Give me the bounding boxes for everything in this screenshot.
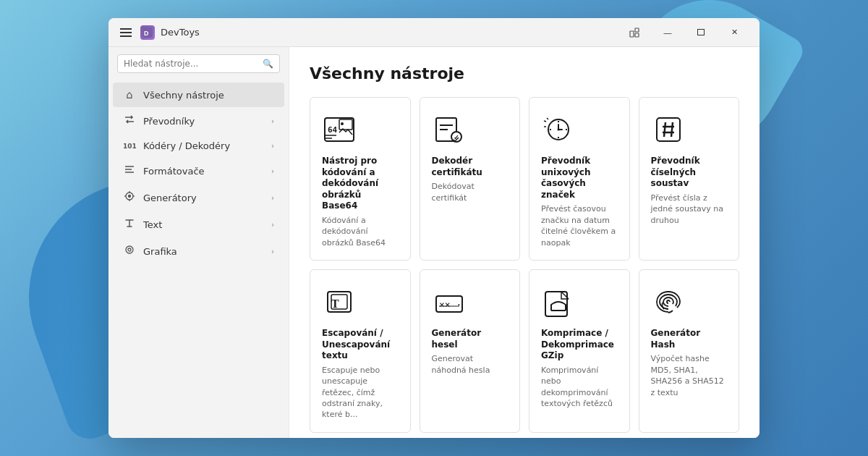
chevron-down-icon: › — [271, 142, 274, 150]
sidebar-item-label: Převodníky — [143, 116, 264, 127]
app-body: 🔍 ⌂ Všechny nástroje Převodníky › — [109, 47, 760, 438]
sidebar-item-label: Všechny nástroje — [143, 90, 274, 101]
page-title: Všechny nástroje — [310, 64, 739, 83]
tool-card-desc: Převést čísla z jedné soustavy na druhou — [651, 193, 728, 226]
svg-text:D: D — [144, 30, 149, 37]
encoders-icon: 101 — [123, 143, 136, 150]
tool-card-desc: Kódování a dekódování obrázků Base64 — [322, 215, 399, 248]
sidebar-item-all-tools[interactable]: ⌂ Všechny nástroje — [113, 83, 284, 107]
svg-text:×× ·: ×× · — [439, 299, 461, 310]
sidebar-item-label: Generátory — [143, 193, 264, 203]
tool-card-escape-text[interactable]: T Escapování / Unescapování textu Escapu… — [310, 269, 411, 433]
tool-card-number-base[interactable]: Převodník číselných soustav Převést čísl… — [639, 97, 740, 261]
gzip-icon — [541, 284, 576, 319]
tool-card-desc: Výpočet hashe MD5, SHA1, SHA256 a SHA512… — [651, 353, 728, 398]
title-bar: D DevToys — ✕ — [109, 18, 760, 47]
tool-card-hash-gen[interactable]: Generátor Hash Výpočet hashe MD5, SHA1, … — [639, 269, 740, 433]
home-icon: ⌂ — [123, 88, 136, 101]
text-icon — [123, 217, 136, 232]
sidebar-item-generators[interactable]: Generátory › — [113, 185, 284, 211]
text-escape-icon: T — [322, 284, 357, 319]
tool-card-title: Nástroj pro kódování a dekódování obrázk… — [322, 156, 399, 212]
sidebar-item-encoders[interactable]: 101 Kódéry / Dekodéry › — [113, 135, 284, 157]
app-title: DevToys — [161, 27, 200, 38]
password-icon: ×× · — [432, 284, 467, 319]
app-logo: D — [140, 25, 155, 40]
svg-rect-38 — [657, 118, 680, 141]
svg-point-34 — [558, 129, 560, 131]
tool-card-password-gen[interactable]: ×× · Generátor hesel Generovat náhodná h… — [420, 269, 521, 433]
tool-card-title: Převodník číselných soustav — [651, 156, 728, 190]
clock-icon — [541, 112, 576, 147]
search-box[interactable]: 🔍 — [117, 54, 280, 73]
hash-gen-icon — [651, 284, 686, 319]
svg-point-14 — [126, 246, 133, 253]
tool-card-desc: Escapuje nebo unescapuje řetězec, čímž o… — [322, 365, 399, 421]
svg-rect-2 — [630, 31, 634, 37]
tool-card-desc: Generovat náhodná hesla — [432, 353, 509, 376]
chevron-down-icon: › — [271, 194, 274, 202]
restore-icon — [697, 29, 705, 35]
tool-card-desc: Komprimování nebo dekomprimování textový… — [541, 365, 618, 410]
certificate-icon: ✓ — [432, 112, 467, 147]
title-bar-left: D DevToys — [117, 25, 618, 40]
sidebar-item-converters[interactable]: Převodníky › — [113, 108, 284, 134]
sidebar-item-label: Text — [143, 219, 264, 230]
tool-card-desc: Dekódovat certifikát — [432, 181, 509, 203]
tool-card-cert-decoder[interactable]: ✓ Dekodér certifikátu Dekódovat certifik… — [420, 97, 521, 261]
svg-line-41 — [664, 122, 665, 137]
tool-card-desc: Převést časovou značku na datum čitelné … — [541, 203, 618, 248]
svg-line-36 — [544, 121, 546, 122]
app-window: D DevToys — ✕ — [109, 18, 760, 438]
svg-text:T: T — [331, 297, 339, 310]
hamburger-menu-icon[interactable] — [117, 25, 135, 40]
svg-text:64: 64 — [328, 125, 338, 135]
svg-line-35 — [547, 118, 548, 119]
svg-line-42 — [671, 122, 673, 137]
svg-point-15 — [128, 248, 131, 251]
sidebar-item-label: Kódéry / Dekodéry — [143, 140, 264, 151]
generators-icon — [123, 190, 136, 205]
sidebar-item-graphics[interactable]: Grafika › — [113, 238, 284, 264]
chevron-down-icon: › — [271, 221, 274, 229]
sidebar-item-formatters[interactable]: Formátovače › — [113, 158, 284, 184]
chevron-down-icon: › — [271, 117, 274, 125]
sidebar-item-label: Formátovače — [143, 166, 264, 177]
tool-card-title: Generátor hesel — [432, 328, 509, 350]
tool-card-title: Dekodér certifikátu — [432, 156, 509, 178]
tools-grid: 64 Nástroj pro kódování a dekódování obr… — [310, 97, 739, 433]
sidebar-nav: ⌂ Všechny nástroje Převodníky › 101 — [109, 79, 289, 438]
chevron-down-icon: › — [271, 248, 274, 256]
converters-icon — [123, 114, 136, 128]
title-bar-controls: — ✕ — [618, 21, 751, 44]
chevron-down-icon: › — [271, 167, 274, 175]
restore-button[interactable] — [684, 21, 718, 44]
search-input[interactable] — [124, 59, 258, 69]
search-icon: 🔍 — [263, 59, 273, 69]
tile-icon — [618, 21, 651, 44]
close-button[interactable]: ✕ — [718, 21, 751, 44]
tool-card-title: Komprimace / Dekomprimace GZip — [541, 328, 618, 362]
tool-card-gzip[interactable]: Komprimace / Dekomprimace GZip Komprimov… — [529, 269, 630, 433]
tool-card-base64-image[interactable]: 64 Nástroj pro kódování a dekódování obr… — [310, 97, 411, 261]
tool-card-title: Převodník unixových časových značek — [541, 156, 618, 200]
formatters-icon — [123, 164, 136, 178]
sidebar-item-label: Grafika — [143, 246, 264, 257]
main-content: Všechny nástroje 64 — [289, 47, 760, 438]
base64-icon: 64 — [322, 112, 357, 147]
hash-icon — [651, 112, 686, 147]
svg-rect-4 — [635, 33, 639, 37]
tool-card-title: Generátor Hash — [651, 328, 728, 350]
sidebar-item-text[interactable]: Text › — [113, 211, 284, 237]
svg-point-9 — [129, 195, 131, 198]
tool-card-unix-time[interactable]: Převodník unixových časových značek Přev… — [529, 97, 630, 261]
graphics-icon — [123, 244, 136, 258]
svg-rect-3 — [635, 28, 639, 32]
sidebar: 🔍 ⌂ Všechny nástroje Převodníky › — [109, 47, 289, 438]
tool-card-title: Escapování / Unescapování textu — [322, 328, 399, 362]
svg-point-19 — [341, 122, 344, 125]
minimize-button[interactable]: — — [651, 21, 684, 44]
